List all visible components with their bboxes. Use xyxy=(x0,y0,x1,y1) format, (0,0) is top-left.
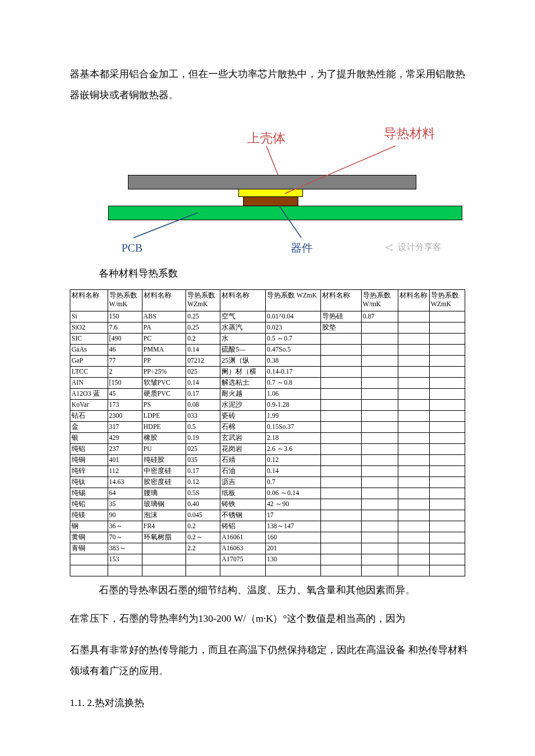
table-cell: 腰璃 xyxy=(142,488,186,499)
svg-point-9 xyxy=(391,244,393,246)
table-cell: 纯铅 xyxy=(70,499,108,510)
table-cell: 水 xyxy=(220,333,266,344)
table-cell xyxy=(398,554,429,565)
table-cell xyxy=(429,421,465,432)
table-cell: PP÷25% xyxy=(142,366,186,377)
th-k-1: 导热系数 W/mK xyxy=(108,289,142,311)
table-cell: 0.5 xyxy=(186,421,220,432)
th-material-4: 材料名称 xyxy=(320,289,361,311)
table-cell xyxy=(429,333,465,344)
table-cell xyxy=(398,421,429,432)
table-cell: 237 xyxy=(108,443,142,454)
table-row: 153A17075130 xyxy=(70,554,465,565)
table-cell xyxy=(142,554,186,565)
table-cell: 解选粘土 xyxy=(220,377,266,388)
table-cell: 150 xyxy=(108,311,142,322)
label-pcb: PCB xyxy=(122,238,142,259)
svg-point-8 xyxy=(386,246,387,248)
table-cell xyxy=(429,443,465,454)
table-row: GaAs46PMMA0.14硫酸5—0.47So.5 xyxy=(70,344,465,355)
th-material-2: 材料名称 xyxy=(142,289,186,311)
share-badge: 设计分享客 xyxy=(384,239,441,256)
label-thermal-material: 导热材料 xyxy=(384,121,435,146)
table-cell xyxy=(320,443,361,454)
table-cell: 025 xyxy=(186,443,220,454)
table-cell: 纯锡 xyxy=(70,488,108,499)
table-row: 纯铅35玻璃钢0.40铸铁42 ～90 xyxy=(70,499,465,510)
svg-line-11 xyxy=(387,245,391,247)
table-cell: GaAs xyxy=(70,344,108,355)
table-cell: 14.63 xyxy=(108,476,142,488)
table-cell: 钢 xyxy=(70,521,108,532)
label-component: 器件 xyxy=(291,238,313,259)
table-cell: 0.08 xyxy=(186,399,220,410)
table-cell: FR4 xyxy=(142,521,186,532)
table-cell xyxy=(398,388,429,399)
table-cell: 铸铝 xyxy=(220,521,266,532)
table-cell: 银 xyxy=(70,432,108,443)
post-table-text-2: 在常压下，石墨的导热率约为130-200 W/（m·K）°这个数值是相当高的，因… xyxy=(70,608,468,629)
th-k-2: 导热系数 WZmK xyxy=(186,289,220,311)
table-cell: 0.14 xyxy=(186,377,220,388)
table-cell xyxy=(398,322,429,333)
table-cell xyxy=(398,410,429,421)
table-cell xyxy=(320,355,361,366)
table-cell xyxy=(429,521,465,532)
table-cell: 纯硅胶 xyxy=(142,454,186,465)
table-cell: 035 xyxy=(186,454,220,465)
table-cell: GaP xyxy=(70,355,108,366)
table-cell: 2.18 xyxy=(266,432,321,443)
table-cell xyxy=(320,510,361,521)
table-cell xyxy=(429,532,465,543)
table-cell xyxy=(142,565,186,576)
table-cell xyxy=(320,366,361,377)
th-material-3: 材料名称 xyxy=(220,289,266,311)
table-cell xyxy=(398,355,429,366)
table-cell: 泡沫 xyxy=(142,510,186,521)
table-cell xyxy=(398,488,429,499)
table-cell xyxy=(398,532,429,543)
th-k-3: 导热系数 WZmK xyxy=(266,289,321,311)
table-cell xyxy=(361,521,398,532)
table-cell: 纯镁 xyxy=(70,510,108,521)
table-cell xyxy=(429,410,465,421)
table-cell xyxy=(398,399,429,410)
table-cell: 金 xyxy=(70,421,108,432)
svg-line-12 xyxy=(387,248,391,249)
table-cell: 沥吉 xyxy=(220,476,266,488)
table-cell: PA xyxy=(142,322,186,333)
table-cell: A17075 xyxy=(220,554,266,565)
table-cell: PC xyxy=(142,333,186,344)
table-cell: 空气 xyxy=(220,311,266,322)
table-cell: HDPE xyxy=(142,421,186,432)
table-cell: 0.15So.37 xyxy=(266,421,321,432)
table-cell xyxy=(320,388,361,399)
table-cell: 383～ xyxy=(108,543,142,554)
table-cell xyxy=(429,465,465,476)
table-cell xyxy=(361,322,398,333)
table-cell xyxy=(220,565,266,576)
intro-paragraph: 器基本都采用铝合金加工，但在一些大功率芯片散热中，为了提升散热性能，常采用铝散热… xyxy=(70,64,468,105)
table-cell: 0.023 xyxy=(266,322,321,333)
table-cell: 0.12 xyxy=(266,454,321,465)
table-cell: 硬质PVC xyxy=(142,388,186,399)
table-cell: 纯铝 xyxy=(70,443,108,454)
table-cell xyxy=(320,410,361,421)
table-cell xyxy=(429,510,465,521)
table-cell: 石棉 xyxy=(220,421,266,432)
table-cell: 纯锌 xyxy=(70,465,108,476)
table-cell xyxy=(361,465,398,476)
table-cell: 130 xyxy=(266,554,321,565)
table-cell: 0.40 xyxy=(186,499,220,510)
table-row: 金317HDPE0.5石棉0.15So.37 xyxy=(70,421,465,432)
table-cell: KoVar xyxy=(70,399,108,410)
table-cell: 纸板 xyxy=(220,488,266,499)
table-cell: 胶密度硅 xyxy=(142,476,186,488)
table-cell xyxy=(398,366,429,377)
table-row: LTCC2PP÷25%025阑）材（横0.14-0.17 xyxy=(70,366,465,377)
table-cell: 77 xyxy=(108,355,142,366)
table-cell xyxy=(320,565,361,576)
table-cell xyxy=(398,377,429,388)
table-cell: 42 ～90 xyxy=(266,499,321,510)
table-cell: 2.2 xyxy=(186,543,220,554)
